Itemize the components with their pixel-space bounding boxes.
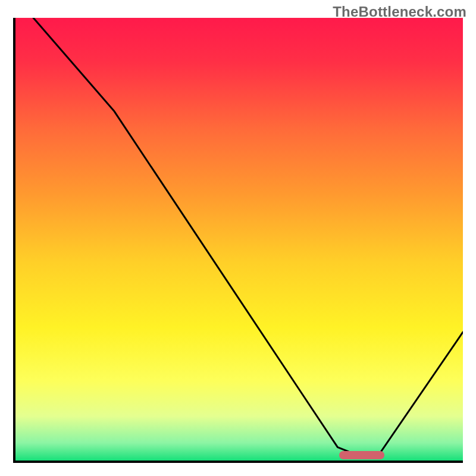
chart-frame: TheBottleneck.com (0, 0, 476, 476)
bottleneck-curve (15, 18, 463, 461)
plot-axes (13, 18, 463, 463)
plot-area (15, 18, 463, 461)
optimal-range-marker (339, 451, 384, 459)
